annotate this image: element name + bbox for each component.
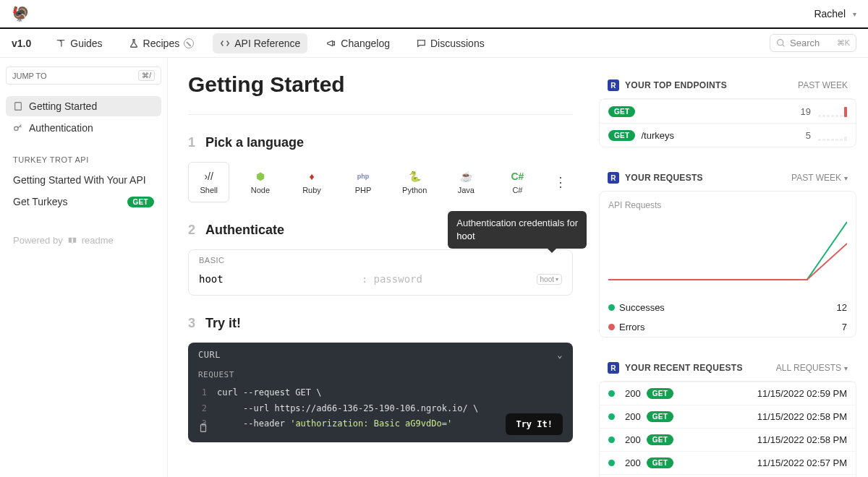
lang-csharp[interactable]: C#C# (497, 162, 538, 202)
method-badge: GET (608, 130, 635, 141)
nav-recipes[interactable]: Recipes (122, 33, 202, 53)
page-title: Getting Started (188, 72, 573, 97)
disabled-icon (184, 38, 194, 48)
sparkline (818, 106, 847, 117)
nav-changelog[interactable]: Changelog (319, 33, 397, 53)
recent-request-row[interactable]: 200GET11/15/2022 02:58 PM (600, 405, 856, 428)
svg-point-0 (778, 40, 783, 46)
nav-guides[interactable]: Guides (48, 33, 109, 53)
method-badge: GET (647, 411, 673, 422)
code-panel: CURL ⌄ REQUEST 1curl --request GET \ 2 -… (188, 343, 573, 442)
lang-node[interactable]: ⬢Node (239, 162, 281, 202)
method-badge: GET (647, 434, 673, 445)
endpoint-row[interactable]: GET/turkeys 5 (600, 123, 856, 147)
step-number: 3 (188, 316, 195, 331)
search-placeholder: Search (790, 38, 820, 48)
jump-to-kbd: ⌘/ (138, 70, 155, 81)
recent-request-row[interactable]: 200GET11/15/2022 02:58 PM (600, 428, 856, 451)
method-badge: GET (647, 457, 673, 468)
auth-panel: Authentication credentials for hoot BASI… (188, 249, 573, 296)
auth-username-input[interactable] (199, 273, 356, 285)
step-label: Authenticate (205, 223, 284, 238)
readme-badge-icon: R (608, 172, 619, 184)
lang-ruby[interactable]: ♦Ruby (291, 162, 332, 202)
dot-icon (608, 304, 615, 311)
readme-badge-icon: R (608, 80, 619, 91)
lang-shell[interactable]: ›//Shell (188, 162, 229, 202)
right-column: RYOUR TOP ENDPOINTS PAST WEEK GET 19 GET… (593, 58, 868, 477)
method-badge: GET (608, 106, 635, 117)
lang-python[interactable]: 🐍Python (394, 162, 435, 202)
sidebar-item-authentication[interactable]: Authentication (6, 118, 161, 138)
method-badge: GET (647, 388, 673, 399)
auth-separator: : (362, 273, 367, 285)
python-icon: 🐍 (408, 170, 421, 183)
sidebar-section-title: TURKEY TROT API (13, 155, 154, 164)
recent-requests-panel: RYOUR RECENT REQUESTS ALL REQUESTS▾ 200G… (599, 355, 856, 477)
code-title: CURL (198, 350, 221, 360)
version-label[interactable]: v1.0 (12, 38, 31, 49)
auth-type-label: BASIC (189, 250, 572, 267)
megaphone-icon (326, 38, 336, 48)
user-menu[interactable]: Rachel ▾ (814, 8, 856, 20)
step-label: Pick a language (205, 135, 304, 150)
ruby-icon: ♦ (305, 170, 318, 183)
lang-java[interactable]: ☕Java (446, 162, 487, 202)
chevron-down-icon[interactable]: ⌄ (557, 350, 563, 360)
range-label: PAST WEEK (798, 80, 848, 90)
timestamp: 11/15/2022 02:58 PM (757, 434, 847, 445)
sidebar-item-get-turkeys[interactable]: Get Turkeys GET (6, 192, 161, 212)
java-icon: ☕ (459, 170, 472, 183)
svg-rect-3 (201, 424, 206, 431)
svg-point-2 (14, 126, 18, 130)
endpoint-row[interactable]: GET 19 (600, 99, 856, 123)
method-badge: GET (127, 197, 154, 207)
key-icon (13, 123, 23, 133)
top-bar: 🦃 Rachel ▾ (0, 0, 868, 29)
top-endpoints-panel: RYOUR TOP ENDPOINTS PAST WEEK GET 19 GET… (599, 72, 856, 147)
dot-icon (608, 324, 615, 330)
step-number: 2 (188, 223, 195, 238)
timestamp: 11/15/2022 02:57 PM (757, 457, 847, 468)
shell-icon: ›// (203, 170, 216, 183)
recent-request-row[interactable]: 200GET11/15/2022 02:59 PM (600, 382, 856, 405)
search-icon (776, 38, 786, 48)
code-subtitle: REQUEST (188, 367, 573, 385)
sidebar-item-getting-started-api[interactable]: Getting Started With Your API (6, 170, 161, 190)
lang-php[interactable]: phpPHP (343, 162, 384, 202)
sidebar-item-getting-started[interactable]: Getting Started (6, 96, 161, 116)
chevron-down-icon: ▾ (556, 276, 558, 283)
step-label: Try it! (205, 316, 241, 331)
app-logo: 🦃 (12, 5, 30, 22)
timestamp: 11/15/2022 02:59 PM (757, 388, 847, 399)
range-dropdown[interactable]: PAST WEEK▾ (791, 173, 848, 183)
auth-password-input[interactable] (373, 273, 530, 285)
more-languages-button[interactable]: ⋮ (548, 174, 573, 190)
sparkline (818, 129, 847, 141)
try-it-button[interactable]: Try It! (506, 413, 563, 435)
nav-api-reference[interactable]: API Reference (213, 33, 307, 53)
code-icon (220, 38, 230, 48)
flask-icon (129, 38, 139, 48)
recent-request-row[interactable]: 200GET11/15/2022 02:56 PM (600, 474, 856, 477)
readme-icon (67, 236, 77, 246)
powered-by[interactable]: Powered by readme (13, 235, 154, 246)
range-dropdown[interactable]: ALL REQUESTS▾ (776, 363, 848, 373)
book-icon (56, 38, 66, 48)
readme-badge-icon: R (608, 362, 619, 374)
nav-discussions[interactable]: Discussions (409, 33, 492, 53)
doc-icon (13, 101, 23, 111)
search-input[interactable]: Search ⌘K (770, 34, 856, 52)
requests-chart (608, 215, 847, 287)
step-number: 1 (188, 135, 195, 150)
recent-request-row[interactable]: 200GET11/15/2022 02:57 PM (600, 451, 856, 474)
status-dot-icon (608, 460, 615, 466)
copy-button[interactable] (198, 423, 208, 435)
jump-to-button[interactable]: JUMP TO ⌘/ (6, 66, 161, 85)
legend-success: Successes 12 (600, 298, 856, 317)
auth-hint-chip[interactable]: hoot ▾ (537, 274, 562, 285)
chevron-down-icon: ▾ (853, 10, 856, 18)
requests-panel: RYOUR REQUESTS PAST WEEK▾ API Requests S… (599, 165, 856, 338)
search-kbd-hint: ⌘K (837, 38, 850, 48)
chart-title: API Requests (608, 200, 847, 210)
